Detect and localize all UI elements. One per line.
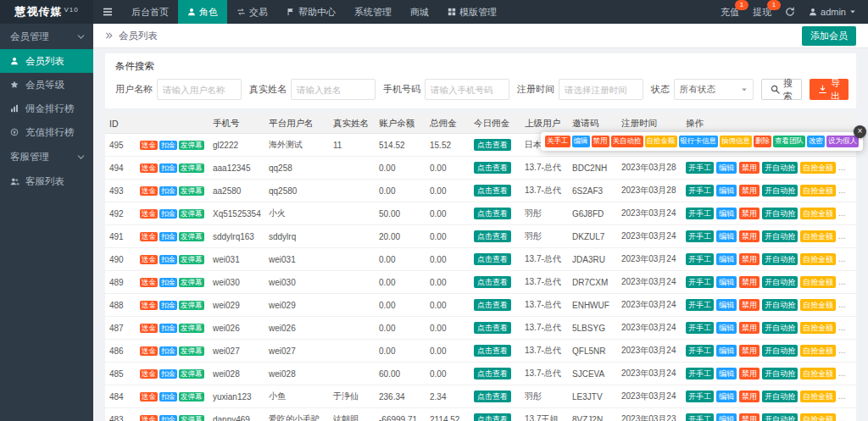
open-manual-button[interactable]: 开手工 bbox=[686, 185, 714, 197]
edit-button[interactable]: 编辑 bbox=[716, 345, 737, 357]
withdraw-link[interactable]: 提现 1 bbox=[753, 6, 771, 19]
open-manual-button[interactable]: 开手工 bbox=[686, 345, 714, 357]
more-actions-button[interactable]: ... bbox=[838, 208, 845, 218]
edit-button[interactable]: 编辑 bbox=[716, 413, 737, 421]
phone-field[interactable] bbox=[425, 79, 509, 100]
send-danmaku-button[interactable]: 发弹幕 bbox=[179, 209, 204, 219]
open-auto-grab-button[interactable]: 开自动抢 bbox=[762, 413, 798, 421]
open-auto-grab-button[interactable]: 开自动抢 bbox=[762, 253, 798, 265]
disable-button[interactable]: 禁用 bbox=[739, 391, 760, 402]
deduct-gold-button[interactable]: 扣金 bbox=[159, 346, 177, 357]
nav-item-help-center[interactable]: 帮助中心 bbox=[277, 0, 345, 24]
open-auto-grab-button[interactable]: 开自动抢 bbox=[762, 208, 798, 219]
open-auto-grab-button[interactable]: 开自动抢 bbox=[762, 276, 798, 288]
give-gold-button[interactable]: 送金 bbox=[140, 209, 158, 219]
view-today-commission-button[interactable]: 点击查看 bbox=[474, 139, 511, 151]
bank-card-info-button[interactable]: 银行卡信息 bbox=[679, 136, 719, 147]
give-gold-button[interactable]: 送金 bbox=[140, 232, 158, 242]
sidebar-group-members[interactable]: 会员管理 bbox=[0, 24, 93, 49]
more-actions-button[interactable]: ... bbox=[838, 391, 845, 401]
send-danmaku-button[interactable]: 发弹幕 bbox=[179, 141, 204, 151]
disable-button[interactable]: 禁用 bbox=[739, 253, 760, 265]
more-actions-button[interactable]: ... bbox=[838, 414, 845, 421]
view-today-commission-button[interactable]: 点击查看 bbox=[474, 276, 511, 288]
open-auto-grab-button[interactable]: 开自动抢 bbox=[762, 230, 798, 242]
open-manual-button[interactable]: 开手工 bbox=[686, 208, 714, 219]
deduct-gold-button[interactable]: 扣金 bbox=[159, 415, 177, 421]
open-manual-button[interactable]: 开手工 bbox=[686, 413, 714, 421]
deduct-gold-button[interactable]: 扣金 bbox=[159, 369, 177, 379]
send-danmaku-button[interactable]: 发弹幕 bbox=[179, 324, 204, 334]
edit-button[interactable]: 编辑 bbox=[716, 368, 737, 379]
open-auto-grab-button[interactable]: 开自动抢 bbox=[762, 322, 798, 334]
give-gold-button[interactable]: 送金 bbox=[140, 415, 158, 421]
deduct-gold-button[interactable]: 扣金 bbox=[159, 141, 177, 151]
change-password-button[interactable]: 改密 bbox=[807, 136, 825, 147]
open-manual-button[interactable]: 开手工 bbox=[686, 322, 714, 334]
edit-button[interactable]: 编辑 bbox=[716, 162, 737, 174]
send-danmaku-button[interactable]: 发弹幕 bbox=[179, 163, 204, 174]
open-manual-button[interactable]: 开手工 bbox=[686, 276, 714, 288]
auto-grab-amount-button[interactable]: 自抢金额 bbox=[800, 276, 836, 288]
more-actions-button[interactable]: ... bbox=[838, 277, 845, 286]
open-auto-grab-button[interactable]: 开自动抢 bbox=[762, 162, 798, 174]
open-manual-button[interactable]: 开手工 bbox=[686, 162, 714, 174]
username-field[interactable] bbox=[157, 79, 242, 100]
edit-button[interactable]: 编辑 bbox=[572, 136, 590, 147]
open-manual-button[interactable]: 开手工 bbox=[686, 253, 714, 265]
more-actions-button[interactable]: ... bbox=[838, 231, 845, 241]
disable-button[interactable]: 禁用 bbox=[739, 368, 760, 379]
close-manual-button[interactable]: 关手工 bbox=[545, 136, 570, 147]
view-today-commission-button[interactable]: 点击查看 bbox=[474, 299, 511, 311]
give-gold-button[interactable]: 送金 bbox=[140, 346, 158, 357]
close-icon[interactable]: × bbox=[854, 125, 866, 138]
close-auto-grab-button[interactable]: 关自动抢 bbox=[611, 136, 643, 147]
commission-info-button[interactable]: 抽佣信息 bbox=[720, 136, 752, 147]
disable-button[interactable]: 禁用 bbox=[739, 322, 760, 334]
deduct-gold-button[interactable]: 扣金 bbox=[159, 324, 177, 334]
give-gold-button[interactable]: 送金 bbox=[140, 392, 158, 402]
open-auto-grab-button[interactable]: 开自动抢 bbox=[762, 185, 798, 197]
nav-item-dashboard[interactable]: 后台首页 bbox=[122, 0, 178, 24]
disable-button[interactable]: 禁用 bbox=[739, 413, 760, 421]
give-gold-button[interactable]: 送金 bbox=[140, 163, 158, 174]
edit-button[interactable]: 编辑 bbox=[716, 322, 737, 334]
view-today-commission-button[interactable]: 点击查看 bbox=[474, 322, 511, 334]
open-auto-grab-button[interactable]: 开自动抢 bbox=[762, 391, 798, 402]
auto-grab-amount-button[interactable]: 自抢金额 bbox=[800, 230, 836, 242]
sidebar-item-member-level[interactable]: 会员等级 bbox=[0, 73, 93, 97]
more-actions-button[interactable]: ... bbox=[838, 254, 845, 263]
set-fake-user-button[interactable]: 设为假人 bbox=[826, 136, 859, 147]
give-gold-button[interactable]: 送金 bbox=[140, 369, 158, 379]
disable-button[interactable]: 禁用 bbox=[592, 136, 609, 147]
more-actions-button[interactable]: ... bbox=[838, 368, 845, 378]
sidebar-group-service[interactable]: 客服管理 bbox=[0, 144, 93, 169]
sidebar-item-member-list[interactable]: 会员列表 bbox=[0, 49, 93, 73]
deduct-gold-button[interactable]: 扣金 bbox=[159, 186, 177, 197]
edit-button[interactable]: 编辑 bbox=[716, 208, 737, 219]
deduct-gold-button[interactable]: 扣金 bbox=[159, 163, 177, 174]
send-danmaku-button[interactable]: 发弹幕 bbox=[179, 186, 204, 197]
disable-button[interactable]: 禁用 bbox=[739, 208, 760, 219]
disable-button[interactable]: 禁用 bbox=[739, 276, 760, 288]
more-actions-button[interactable]: ... bbox=[838, 163, 845, 172]
open-manual-button[interactable]: 开手工 bbox=[686, 391, 714, 402]
sidebar-item-recharge-ranking[interactable]: 充值排行榜 bbox=[0, 120, 93, 144]
auto-grab-amount-button[interactable]: 自抢金额 bbox=[800, 391, 836, 402]
disable-button[interactable]: 禁用 bbox=[739, 230, 760, 242]
send-danmaku-button[interactable]: 发弹幕 bbox=[179, 346, 204, 357]
view-today-commission-button[interactable]: 点击查看 bbox=[474, 253, 511, 265]
sidebar-item-service-list[interactable]: 客服列表 bbox=[0, 169, 93, 193]
auto-grab-amount-button[interactable]: 自抢金额 bbox=[800, 322, 836, 334]
send-danmaku-button[interactable]: 发弹幕 bbox=[179, 255, 204, 265]
nav-item-trade[interactable]: 交易 bbox=[227, 0, 277, 24]
edit-button[interactable]: 编辑 bbox=[716, 230, 737, 242]
open-auto-grab-button[interactable]: 开自动抢 bbox=[762, 345, 798, 357]
disable-button[interactable]: 禁用 bbox=[739, 185, 760, 197]
give-gold-button[interactable]: 送金 bbox=[140, 141, 158, 151]
auto-grab-amount-button[interactable]: 自抢金额 bbox=[800, 162, 836, 174]
status-select[interactable]: 所有状态 bbox=[674, 79, 754, 100]
add-member-button[interactable]: 添加会员 bbox=[802, 26, 856, 46]
menu-toggle-icon[interactable] bbox=[93, 0, 122, 24]
deduct-gold-button[interactable]: 扣金 bbox=[159, 232, 177, 242]
